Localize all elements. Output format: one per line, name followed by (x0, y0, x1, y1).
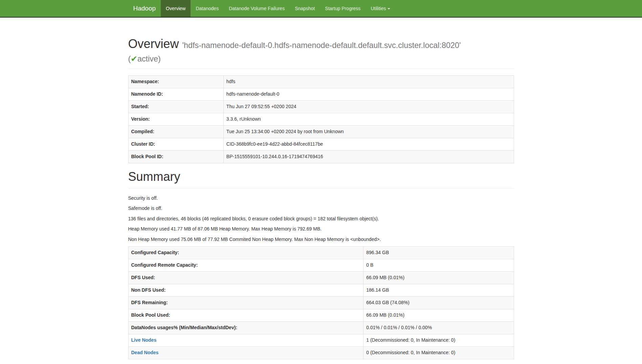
navbar-menu: Overview Datanodes Datanode Volume Failu… (161, 0, 395, 17)
dead-nodes-link[interactable]: Dead Nodes (131, 350, 159, 355)
table-row: Version: 3.3.6, rUnknown (128, 113, 514, 126)
summary-divider (128, 188, 514, 189)
metric-value: 896.34 GB (363, 247, 514, 259)
metric-value: 1 (Decommissioned: 0, In Maintenance: 0) (363, 334, 514, 346)
nav-link-datanode-volume-failures[interactable]: Datanode Volume Failures (224, 0, 290, 17)
summary-line-filesystem-objects: 136 files and directories, 46 blocks (46… (128, 216, 514, 222)
table-row: Configured Remote Capacity: 0 B (128, 259, 514, 272)
nav-link-utilities-dropdown[interactable]: Utilities (366, 0, 395, 17)
info-label: Compiled: (128, 126, 223, 138)
metric-label: DataNodes usages% (Min/Median/Max/stdDev… (128, 322, 363, 334)
summary-line-heap-memory: Heap Memory used 41.77 MB of 87.06 MB He… (128, 226, 514, 233)
nav-item-datanodes: Datanodes (191, 0, 224, 17)
table-row: Non DFS Used: 186.14 GB (128, 284, 514, 297)
nav-link-overview[interactable]: Overview (161, 0, 191, 17)
namenode-status: (✔active) (128, 54, 161, 63)
nav-link-datanodes[interactable]: Datanodes (191, 0, 224, 17)
table-row: DFS Remaining: 664.03 GB (74.08%) (128, 297, 514, 309)
info-value: 3.3.6, rUnknown (223, 113, 514, 126)
main-content: Overview 'hdfs-namenode-default-0.hdfs-n… (123, 37, 519, 359)
info-value: hdfs-namenode-default-0 (223, 88, 514, 101)
metric-value: 0 (Decommissioned: 0, In Maintenance: 0) (363, 346, 514, 359)
summary-line-safemode: Safemode is off. (128, 205, 514, 212)
table-row: Dead Nodes 0 (Decommissioned: 0, In Main… (128, 346, 514, 359)
metric-label: Live Nodes (128, 334, 363, 346)
nav-link-startup-progress[interactable]: Startup Progress (320, 0, 366, 17)
summary-text: Security is off. Safemode is off. 136 fi… (128, 195, 514, 243)
table-row: Cluster ID: CID-368b9fc0-ee19-4d22-abbd-… (128, 138, 514, 151)
summary-metrics-table: Configured Capacity: 896.34 GB Configure… (128, 246, 514, 359)
metric-label: Configured Capacity: (128, 247, 363, 259)
metric-value: 664.03 GB (74.08%) (363, 297, 514, 309)
nav-item-datanode-volume-failures: Datanode Volume Failures (224, 0, 290, 17)
metric-label: Block Pool Used: (128, 309, 363, 322)
namenode-info-table: Namespace: hdfs Namenode ID: hdfs-nameno… (128, 75, 514, 163)
metric-value: 66.09 MB (0.01%) (363, 272, 514, 284)
nav-item-startup-progress: Startup Progress (320, 0, 366, 17)
metric-value: 0 B (363, 259, 514, 272)
metric-value: 0.01% / 0.01% / 0.01% / 0.00% (363, 322, 514, 334)
info-label: Started: (128, 101, 223, 113)
table-row: Block Pool Used: 66.09 MB (0.01%) (128, 309, 514, 322)
info-label: Namenode ID: (128, 88, 223, 101)
table-row: Namespace: hdfs (128, 76, 514, 88)
nav-item-overview: Overview (161, 0, 191, 17)
table-row: Block Pool ID: BP-1515559101-10.244.0.16… (128, 151, 514, 163)
summary-heading: Summary (128, 170, 514, 184)
table-row: Compiled: Tue Jun 25 13:34:00 +0200 2024… (128, 126, 514, 138)
overview-heading: Overview 'hdfs-namenode-default-0.hdfs-n… (128, 37, 514, 64)
metric-value: 66.09 MB (0.01%) (363, 309, 514, 322)
metric-value: 186.14 GB (363, 284, 514, 297)
table-row: Namenode ID: hdfs-namenode-default-0 (128, 88, 514, 101)
info-label: Cluster ID: (128, 138, 223, 151)
metric-label: DFS Used: (128, 272, 363, 284)
summary-line-security: Security is off. (128, 195, 514, 202)
summary-line-non-heap-memory: Non Heap Memory used 75.06 MB of 77.92 M… (128, 236, 514, 243)
info-label: Block Pool ID: (128, 151, 223, 163)
table-row: Live Nodes 1 (Decommissioned: 0, In Main… (128, 334, 514, 346)
nav-link-snapshot[interactable]: Snapshot (290, 0, 320, 17)
nav-item-utilities: Utilities (366, 0, 395, 17)
page-title: Overview (128, 37, 179, 51)
metric-label: Configured Remote Capacity: (128, 259, 363, 272)
title-divider (128, 69, 514, 69)
table-row: Started: Thu Jun 27 09:52:55 +0200 2024 (128, 101, 514, 113)
info-value: Tue Jun 25 13:34:00 +0200 2024 by root f… (223, 126, 514, 138)
table-row: Configured Capacity: 896.34 GB (128, 247, 514, 259)
metric-label: DFS Remaining: (128, 297, 363, 309)
caret-down-icon (388, 8, 390, 9)
metric-label: Dead Nodes (128, 346, 363, 359)
table-row: DFS Used: 66.09 MB (0.01%) (128, 272, 514, 284)
live-nodes-link[interactable]: Live Nodes (131, 337, 157, 343)
table-row: DataNodes usages% (Min/Median/Max/stdDev… (128, 322, 514, 334)
brand-hadoop[interactable]: Hadoop (128, 0, 161, 17)
active-check-icon: ✔ (131, 54, 137, 63)
info-value: Thu Jun 27 09:52:55 +0200 2024 (223, 101, 514, 113)
info-value: hdfs (223, 76, 514, 88)
info-label: Version: (128, 113, 223, 126)
metric-label: Non DFS Used: (128, 284, 363, 297)
info-value: CID-368b9fc0-ee19-4d22-abbd-84fcec8117be (223, 138, 514, 151)
top-navbar: Hadoop Overview Datanodes Datanode Volum… (0, 0, 642, 18)
info-label: Namespace: (128, 76, 223, 88)
namenode-address: 'hdfs-namenode-default-0.hdfs-namenode-d… (182, 41, 461, 50)
info-value: BP-1515559101-10.244.0.16-1719474769416 (223, 151, 514, 163)
nav-item-snapshot: Snapshot (290, 0, 320, 17)
